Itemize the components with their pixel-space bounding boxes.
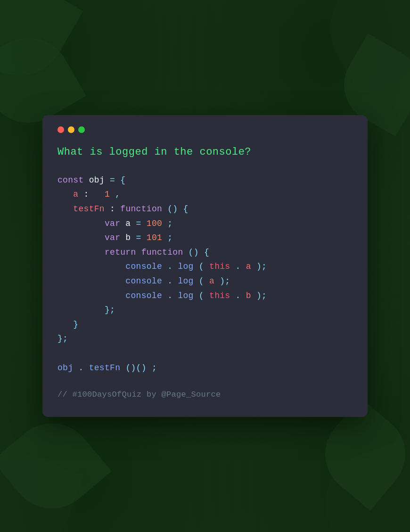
- code-window: What is logged in the console? const obj…: [42, 115, 368, 417]
- code-line-2: a : 1 ,: [57, 187, 353, 202]
- code-line-5: var b = 101 ;: [57, 231, 353, 245]
- code-line-7: console . log ( this . a );: [57, 259, 353, 274]
- code-line-call: obj . testFn ()() ;: [57, 361, 353, 375]
- code-line-10: };: [57, 303, 353, 317]
- question-text: What is logged in the console?: [57, 146, 353, 158]
- code-line-3: testFn : function () {: [57, 202, 353, 216]
- code-line-blank: [57, 346, 353, 361]
- code-line-9: console . log ( this . b );: [57, 289, 353, 303]
- code-block: const obj = { a : 1 , testFn : function …: [57, 173, 353, 402]
- code-line-4: var a = 100 ;: [57, 216, 353, 231]
- minimize-button-icon[interactable]: [68, 126, 74, 133]
- code-line-11: }: [57, 317, 353, 332]
- title-bar: [57, 126, 353, 133]
- close-button-icon[interactable]: [57, 126, 64, 133]
- code-line-12: };: [57, 332, 353, 346]
- code-line-1: const obj = {: [57, 173, 353, 188]
- comment-line: // #100DaysOfQuiz by @Page_Source: [57, 388, 353, 402]
- code-line-8: console . log ( a );: [57, 274, 353, 289]
- code-line-6: return function () {: [57, 245, 353, 260]
- maximize-button-icon[interactable]: [78, 126, 85, 133]
